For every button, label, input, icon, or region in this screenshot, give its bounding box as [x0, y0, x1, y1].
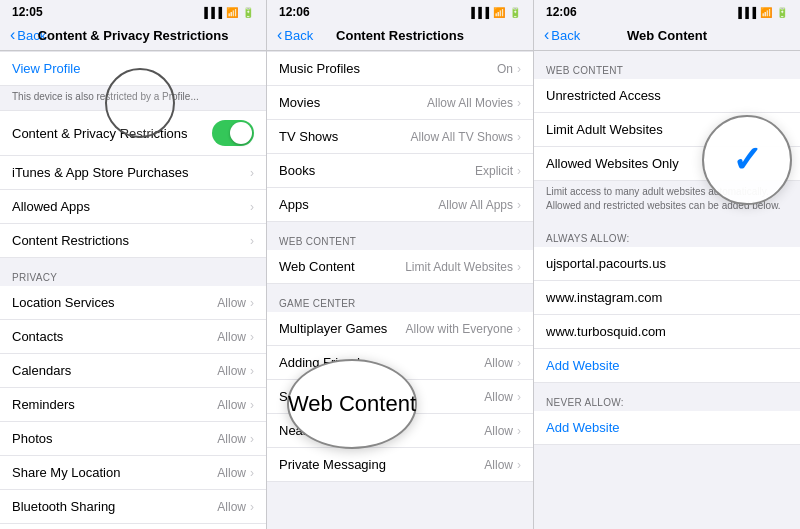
tv-shows-right: Allow All TV Shows› [411, 130, 522, 144]
itunes-item[interactable]: iTunes & App Store Purchases › [0, 156, 266, 190]
never-allow-label: NEVER ALLOW: [534, 383, 800, 411]
add-website-2-label[interactable]: Add Website [546, 420, 619, 435]
view-profile-link[interactable]: View Profile [12, 61, 80, 76]
panel-web-content: 12:06 ▐▐▐ 📶 🔋 ‹ Back Web Content WEB CON… [534, 0, 800, 529]
add-website-1-item[interactable]: Add Website [534, 349, 800, 383]
web-content-section-label: WEB CONTENT [267, 222, 533, 250]
location-right: Allow› [217, 296, 254, 310]
instagram-item: www.instagram.com [534, 281, 800, 315]
back-arrow-3: ‹ [544, 26, 549, 44]
share-location-right: Allow› [217, 466, 254, 480]
settings-scroll-1: View Profile This device is also restric… [0, 51, 266, 529]
location-services-item[interactable]: Location Services Allow› [0, 286, 266, 320]
allowed-apps-item[interactable]: Allowed Apps › [0, 190, 266, 224]
status-time-1: 12:05 [12, 5, 43, 19]
private-messaging-label: Private Messaging [279, 457, 386, 472]
bluetooth-chevron: › [250, 500, 254, 514]
status-bar-1: 12:05 ▐▐▐ 📶 🔋 [0, 0, 266, 22]
content-restrictions-label: Content Restrictions [12, 233, 129, 248]
photos-label: Photos [12, 431, 52, 446]
toggle-label: Content & Privacy Restrictions [12, 126, 204, 141]
nav-title-1: Content & Privacy Restrictions [38, 28, 229, 43]
content-privacy-toggle[interactable] [212, 120, 254, 146]
back-arrow-1: ‹ [10, 26, 15, 44]
status-bar-2: 12:06 ▐▐▐ 📶 🔋 [267, 0, 533, 22]
settings-scroll-3: WEB CONTENT Unrestricted Access Limit Ad… [534, 51, 800, 529]
share-location-item[interactable]: Share My Location Allow› [0, 456, 266, 490]
wifi-icon-2: 📶 [493, 7, 505, 18]
friends-chevron: › [517, 356, 521, 370]
web-content-item[interactable]: Web Content Limit Adult Websites› [267, 250, 533, 284]
web-content-desc: Limit access to many adult websites auto… [534, 181, 800, 219]
pacourts-label: ujsportal.pacourts.us [546, 256, 666, 271]
status-icons-2: ▐▐▐ 📶 🔋 [468, 7, 521, 18]
apps-item[interactable]: Apps Allow All Apps› [267, 188, 533, 222]
privacy-section-label: PRIVACY [0, 258, 266, 286]
calendars-item[interactable]: Calendars Allow› [0, 354, 266, 388]
calendars-label: Calendars [12, 363, 71, 378]
back-label-2: Back [284, 28, 313, 43]
bluetooth-label: Bluetooth Sharing [12, 499, 115, 514]
nearby-multiplayer-item[interactable]: Nearby Multiplayer Allow› [267, 414, 533, 448]
content-restrictions-item[interactable]: Content Restrictions › [0, 224, 266, 258]
apps-label: Apps [279, 197, 309, 212]
settings-scroll-2: Music Profiles On› Movies Allow All Movi… [267, 51, 533, 529]
view-profile-item[interactable]: View Profile [0, 51, 266, 86]
private-messaging-item[interactable]: Private Messaging Allow› [267, 448, 533, 482]
reminders-label: Reminders [12, 397, 75, 412]
battery-icon-3: 🔋 [776, 7, 788, 18]
unrestricted-access-item[interactable]: Unrestricted Access [534, 79, 800, 113]
panel-content-privacy: 12:05 ▐▐▐ 📶 🔋 ‹ Back Content & Privacy R… [0, 0, 267, 529]
web-content-label: Web Content [279, 259, 355, 274]
back-button-3[interactable]: ‹ Back [544, 26, 580, 44]
nav-title-3: Web Content [627, 28, 707, 43]
signal-icon-2: ▐▐▐ [468, 7, 489, 18]
back-label-3: Back [551, 28, 580, 43]
allowed-apps-right: › [250, 200, 254, 214]
web-content-right: Limit Adult Websites› [405, 260, 521, 274]
location-label: Location Services [12, 295, 115, 310]
limit-adult-item[interactable]: Limit Adult Websites [534, 113, 800, 147]
add-website-1-label[interactable]: Add Website [546, 358, 619, 373]
location-chevron: › [250, 296, 254, 310]
status-bar-3: 12:06 ▐▐▐ 📶 🔋 [534, 0, 800, 22]
nearby-multiplayer-right: Allow› [484, 424, 521, 438]
contacts-label: Contacts [12, 329, 63, 344]
back-button-2[interactable]: ‹ Back [277, 26, 313, 44]
microphone-item[interactable]: Microphone Allow› [0, 524, 266, 529]
nav-title-2: Content Restrictions [336, 28, 464, 43]
signal-icon: ▐▐▐ [201, 7, 222, 18]
apps-right: Allow All Apps› [438, 198, 521, 212]
mult-chevron: › [517, 322, 521, 336]
bluetooth-item[interactable]: Bluetooth Sharing Allow› [0, 490, 266, 524]
allowed-apps-chevron: › [250, 200, 254, 214]
nearby-chevron: › [517, 424, 521, 438]
multiplayer-games-item[interactable]: Multiplayer Games Allow with Everyone› [267, 312, 533, 346]
unrestricted-access-label: Unrestricted Access [546, 88, 661, 103]
limit-adult-label: Limit Adult Websites [546, 122, 663, 137]
web-content-options-label: WEB CONTENT [534, 51, 800, 79]
content-restrictions-chevron: › [250, 234, 254, 248]
contacts-item[interactable]: Contacts Allow› [0, 320, 266, 354]
books-chevron: › [517, 164, 521, 178]
music-profiles-label: Music Profiles [279, 61, 360, 76]
adding-friends-item[interactable]: Adding Friends Allow› [267, 346, 533, 380]
multiplayer-games-label: Multiplayer Games [279, 321, 387, 336]
reminders-item[interactable]: Reminders Allow› [0, 388, 266, 422]
calendars-right: Allow› [217, 364, 254, 378]
multiplayer-games-right: Allow with Everyone› [406, 322, 521, 336]
music-profiles-item[interactable]: Music Profiles On› [267, 51, 533, 86]
screen-recording-right: Allow› [484, 390, 521, 404]
tv-shows-item[interactable]: TV Shows Allow All TV Shows› [267, 120, 533, 154]
wifi-icon-3: 📶 [760, 7, 772, 18]
books-item[interactable]: Books Explicit› [267, 154, 533, 188]
movies-item[interactable]: Movies Allow All Movies› [267, 86, 533, 120]
screen-recording-item[interactable]: Screen Recording Allow› [267, 380, 533, 414]
add-website-2-item[interactable]: Add Website [534, 411, 800, 445]
status-time-3: 12:06 [546, 5, 577, 19]
photos-item[interactable]: Photos Allow› [0, 422, 266, 456]
adding-friends-label: Adding Friends [279, 355, 366, 370]
content-privacy-toggle-row: Content & Privacy Restrictions [0, 110, 266, 156]
allowed-websites-item[interactable]: Allowed Websites Only [534, 147, 800, 181]
game-center-section-label: GAME CENTER [267, 284, 533, 312]
